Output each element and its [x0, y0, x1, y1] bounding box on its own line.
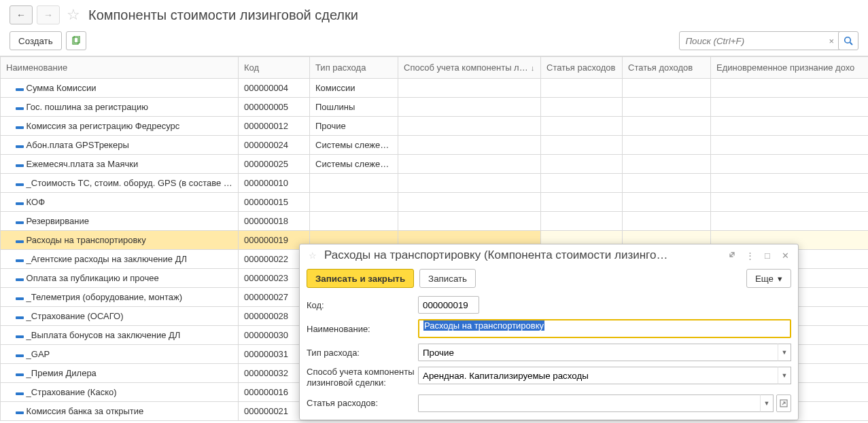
favorite-star-icon[interactable]: ☆ [307, 251, 319, 261]
cell-type[interactable]: Прочие [310, 117, 398, 136]
col-inc[interactable]: Статья доходов [623, 57, 711, 79]
cell-code[interactable]: 000000004 [239, 79, 310, 98]
cell-code[interactable]: 000000025 [239, 155, 310, 174]
nav-forward-button[interactable]: → [37, 5, 60, 24]
cell-name[interactable]: _Премия Дилера [1, 364, 239, 383]
cell-type[interactable]: Пошлины [310, 98, 398, 117]
cell-name[interactable]: _Страхование (ОСАГО) [1, 307, 239, 326]
save-button[interactable]: Записать [419, 269, 476, 288]
save-close-button[interactable]: Записать и закрыть [307, 269, 414, 288]
cell-way[interactable] [398, 98, 541, 117]
copy-button[interactable] [66, 31, 86, 50]
type-select[interactable]: ▼ [418, 344, 791, 361]
cell-type[interactable] [310, 174, 398, 193]
type-input[interactable] [418, 344, 778, 361]
table-row[interactable]: Гос. пошлина за регистрацию000000005Пошл… [1, 98, 869, 117]
search-input[interactable] [679, 31, 842, 50]
cell-name[interactable]: _Стоимость ТС, стоим. оборуд. GPS (в сос… [1, 174, 239, 193]
cell-inc[interactable] [623, 98, 711, 117]
cell-once[interactable] [711, 155, 869, 174]
cell-name[interactable]: Абон.плата GPSТрекеры [1, 136, 239, 155]
cell-code[interactable]: 000000005 [239, 98, 310, 117]
cell-exp[interactable] [541, 136, 623, 155]
cell-name[interactable]: Сумма Комиссии [1, 79, 239, 98]
favorite-star-icon[interactable]: ☆ [67, 6, 80, 24]
cell-way[interactable] [398, 155, 541, 174]
cell-code[interactable]: 000000010 [239, 174, 310, 193]
cell-name[interactable]: _Страхование (Каско) [1, 383, 239, 402]
cell-once[interactable] [711, 98, 869, 117]
cell-inc[interactable] [623, 79, 711, 98]
table-row[interactable]: Абон.плата GPSТрекеры000000024Системы сл… [1, 136, 869, 155]
cell-way[interactable] [398, 79, 541, 98]
cell-inc[interactable] [623, 136, 711, 155]
cell-inc[interactable] [623, 174, 711, 193]
cell-once[interactable] [711, 174, 869, 193]
cell-code[interactable]: 000000012 [239, 117, 310, 136]
create-button[interactable]: Создать [10, 31, 62, 50]
nav-back-button[interactable]: ← [10, 5, 33, 24]
cell-exp[interactable] [541, 79, 623, 98]
col-once[interactable]: Единовременное признание дохо [711, 57, 869, 79]
cell-name[interactable]: _Телеметрия (оборудование, монтаж) [1, 288, 239, 307]
open-ref-icon[interactable] [776, 394, 791, 412]
cell-name[interactable]: КОФ [1, 193, 239, 212]
col-way[interactable]: Способ учета компоненты л…↓ [398, 57, 541, 79]
cell-way[interactable] [398, 193, 541, 212]
cell-type[interactable] [310, 193, 398, 212]
exp-input[interactable] [418, 394, 760, 412]
exp-select[interactable]: ▼ [418, 394, 791, 412]
close-icon[interactable]: ✕ [779, 251, 791, 261]
cell-exp[interactable] [541, 174, 623, 193]
cell-inc[interactable] [623, 212, 711, 231]
cell-type[interactable] [310, 212, 398, 231]
cell-exp[interactable] [541, 212, 623, 231]
chevron-down-icon[interactable]: ▼ [778, 367, 791, 384]
table-row[interactable]: _Стоимость ТС, стоим. оборуд. GPS (в сос… [1, 174, 869, 193]
kebab-menu-icon[interactable]: ⋮ [744, 251, 756, 261]
link-icon[interactable] [726, 250, 738, 261]
cell-name[interactable]: Ежемесяч.плата за Маячки [1, 155, 239, 174]
table-row[interactable]: Резервирвание000000018 [1, 212, 869, 231]
cell-exp[interactable] [541, 155, 623, 174]
cell-way[interactable] [398, 117, 541, 136]
cell-type[interactable]: Системы слеже… [310, 155, 398, 174]
cell-code[interactable]: 000000024 [239, 136, 310, 155]
cell-inc[interactable] [623, 117, 711, 136]
cell-name[interactable]: _Выплата бонусов на заключение ДЛ [1, 326, 239, 345]
search-clear-icon[interactable]: × [829, 36, 834, 46]
col-type[interactable]: Тип расхода [310, 57, 398, 79]
cell-inc[interactable] [623, 193, 711, 212]
cell-exp[interactable] [541, 117, 623, 136]
way-select[interactable]: ▼ [418, 367, 791, 384]
chevron-down-icon[interactable]: ▼ [760, 394, 774, 412]
cell-way[interactable] [398, 212, 541, 231]
cell-code[interactable]: 000000015 [239, 193, 310, 212]
cell-once[interactable] [711, 79, 869, 98]
col-code[interactable]: Код [239, 57, 310, 79]
cell-way[interactable] [398, 174, 541, 193]
cell-name[interactable]: Оплата за публикацию и прочее [1, 269, 239, 288]
cell-way[interactable] [398, 136, 541, 155]
cell-name[interactable]: _GAP [1, 345, 239, 364]
chevron-down-icon[interactable]: ▼ [778, 344, 791, 361]
table-row[interactable]: КОФ000000015 [1, 193, 869, 212]
search-button[interactable] [838, 31, 858, 50]
name-field[interactable]: Расходы на транспортировку [418, 319, 791, 338]
cell-once[interactable] [711, 212, 869, 231]
cell-name[interactable]: Комиссия за регистрацию Федресурс [1, 117, 239, 136]
cell-name[interactable]: Резервирвание [1, 212, 239, 231]
cell-code[interactable]: 000000018 [239, 212, 310, 231]
maximize-icon[interactable]: □ [761, 251, 774, 261]
code-field[interactable] [418, 296, 479, 314]
cell-inc[interactable] [623, 155, 711, 174]
cell-name[interactable]: Расходы на транспортировку [1, 231, 239, 250]
cell-name[interactable]: Комиссия банка за открытие [1, 402, 239, 421]
cell-exp[interactable] [541, 193, 623, 212]
table-row[interactable]: Комиссия за регистрацию Федресурс0000000… [1, 117, 869, 136]
table-row[interactable]: Ежемесяч.плата за Маячки000000025Системы… [1, 155, 869, 174]
table-row[interactable]: Сумма Комиссии000000004Комиссии [1, 79, 869, 98]
col-exp[interactable]: Статья расходов [541, 57, 623, 79]
cell-once[interactable] [711, 136, 869, 155]
cell-name[interactable]: _Агентские расходы на заключение ДЛ [1, 250, 239, 269]
